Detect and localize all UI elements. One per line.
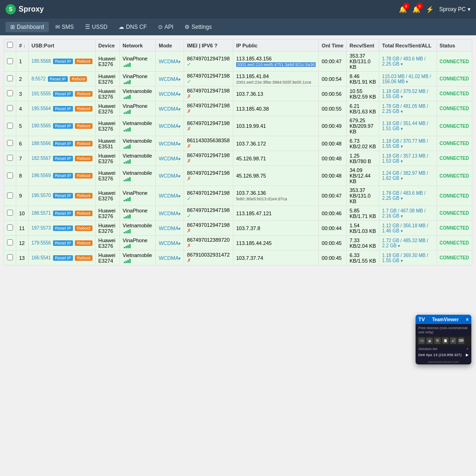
imei-value: 867497012947198 (187, 56, 230, 61)
status-badge: CONNECTED (440, 124, 469, 129)
row-recv-sent: 34.09 KB/12.44 KB (346, 166, 379, 186)
speed-icon[interactable]: ⚡ (426, 6, 434, 13)
reboot-button[interactable]: Reboot (75, 91, 92, 97)
row-checkbox[interactable] (7, 123, 13, 129)
reboot-button[interactable]: Reboot (75, 156, 92, 161)
reboot-button[interactable]: Reboot (75, 123, 92, 129)
row-checkbox[interactable] (7, 225, 13, 231)
row-mode[interactable]: WCDMA▾ (156, 116, 184, 136)
reset-ip-button[interactable]: Reset IP (53, 211, 73, 216)
ipv6-x-icon: ✗ (187, 126, 191, 132)
row-checkbox[interactable] (7, 155, 13, 161)
row-mode[interactable]: WCDMA▾ (156, 101, 184, 116)
reset-ip-button[interactable]: Reset IP (53, 156, 73, 161)
row-checkbox[interactable] (7, 75, 13, 81)
reset-ip-button[interactable]: Reset IP (53, 91, 73, 97)
notification-bell-1[interactable]: 🔔 6 (399, 6, 407, 13)
reset-ip-button[interactable]: Reset IP (53, 173, 73, 178)
row-checkbox-cell (4, 116, 16, 136)
row-num: 3 (16, 86, 29, 101)
reset-ip-button[interactable]: Reset IP (53, 193, 73, 198)
reset-ip-button[interactable]: Reset IP (53, 106, 73, 112)
reboot-button[interactable]: Reboot (75, 106, 92, 112)
row-checkbox[interactable] (7, 58, 13, 64)
port-number: 191:5555 (32, 91, 51, 96)
reset-ip-button[interactable]: Reset IP (48, 76, 68, 82)
row-mode[interactable]: WCDMA▾ (156, 136, 184, 151)
row-checkbox[interactable] (7, 90, 13, 96)
user-menu[interactable]: Sproxy PC ▾ (439, 6, 470, 13)
row-mode[interactable]: WCDMA▾ (156, 151, 184, 166)
row-mode[interactable]: WCDMA▾ (156, 206, 184, 221)
row-status: CONNECTED (436, 136, 472, 151)
row-mode[interactable]: WCDMA▾ (156, 72, 184, 86)
network-name: VinaPhone (123, 208, 148, 213)
row-device: Huawei E3276 (95, 186, 119, 206)
signal-bar (124, 147, 125, 149)
reset-ip-button[interactable]: Reset IP (53, 240, 73, 246)
row-checkbox[interactable] (7, 172, 13, 178)
notification-badge-1: 6 (403, 3, 410, 9)
row-mode[interactable]: WCDMA▾ (156, 166, 184, 186)
reset-ip-button[interactable]: Reset IP (53, 225, 73, 231)
reboot-button[interactable]: Reboot (75, 211, 92, 216)
network-name: VinaPhone (123, 56, 148, 61)
row-checkbox[interactable] (7, 210, 13, 216)
row-mode[interactable]: WCDMA▾ (156, 221, 184, 236)
reboot-button[interactable]: Reboot (75, 255, 92, 261)
row-port: 8:5572 Reset IP Reboot (28, 72, 95, 86)
row-recv-sent: 353.37 KB/131.0 KB (346, 52, 379, 72)
reboot-button[interactable]: Reboot (75, 225, 92, 231)
row-checkbox[interactable] (7, 254, 13, 260)
reboot-button[interactable]: Reboot (75, 173, 92, 178)
row-status: CONNECTED (436, 221, 472, 236)
row-num: 9 (16, 186, 29, 206)
notification-bell-2[interactable]: 🔔 9 (412, 6, 420, 13)
row-mode[interactable]: WCDMA▾ (156, 186, 184, 206)
row-device: Huawei E3276 (95, 101, 119, 116)
subnav-api[interactable]: ⊙ API (153, 22, 178, 32)
reset-ip-button[interactable]: Reset IP (53, 59, 73, 64)
port-number: 188:5566 (32, 141, 51, 146)
select-all-checkbox[interactable] (7, 42, 13, 48)
row-checkbox-cell (4, 101, 16, 116)
total-chevron-icon: ▾ (398, 244, 400, 248)
subnav-settings[interactable]: ⚙ Settings (180, 22, 216, 32)
reset-ip-button[interactable]: Reset IP (53, 255, 73, 261)
row-mode[interactable]: WCDMA▾ (156, 52, 184, 72)
total-chevron-icon: ▾ (401, 109, 403, 114)
row-mode[interactable]: WCDMA▾ (156, 251, 184, 265)
row-status: CONNECTED (436, 186, 472, 206)
row-checkbox-cell (4, 206, 16, 221)
signal-bars (124, 214, 131, 218)
network-name: Vietnamobile (123, 170, 152, 176)
row-checkbox[interactable] (7, 105, 13, 111)
signal-bar (126, 65, 127, 67)
row-mode[interactable]: WCDMA▾ (156, 86, 184, 101)
row-ip-public: 113.185.47.121 (233, 206, 318, 221)
row-checkbox[interactable] (7, 239, 13, 245)
reset-ip-button[interactable]: Reset IP (53, 123, 73, 129)
reboot-button[interactable]: Reboot (75, 141, 92, 146)
status-badge: CONNECTED (440, 106, 469, 111)
col-num: # ↕ (16, 40, 29, 52)
reboot-button[interactable]: Reboot (75, 193, 92, 198)
subnav-sms[interactable]: ✉ SMS (51, 22, 79, 32)
row-mode[interactable]: WCDMA▾ (156, 236, 184, 251)
total-value: 1.18 GB / 379.52 MB / 1.55 GB (382, 89, 428, 99)
row-onl-time: 00:00:48 (319, 166, 347, 186)
row-total: 1.78 GB / 481.05 MB / 2.25 GB ▾ (379, 101, 436, 116)
subnav-dns[interactable]: ☁ DNS CF (114, 22, 152, 32)
row-total: 1.18 GB / 369.30 MB / 1.55 GB ▾ (379, 251, 436, 265)
reboot-button[interactable]: Reboot (70, 76, 87, 82)
reboot-button[interactable]: Reboot (75, 240, 92, 246)
reboot-button[interactable]: Reboot (75, 59, 92, 64)
mode-value: WCDMA (159, 193, 178, 198)
subnav-ussd[interactable]: ☰ USSD (80, 22, 112, 32)
row-checkbox[interactable] (7, 140, 13, 146)
reset-ip-button[interactable]: Reset IP (53, 141, 73, 146)
signal-bar (129, 95, 131, 99)
total-value: 1.18 GB / 370.77 MB / 1.55 GB (382, 139, 428, 149)
subnav-dashboard[interactable]: ⊞ Dashboard (6, 22, 49, 32)
row-checkbox[interactable] (7, 192, 13, 198)
